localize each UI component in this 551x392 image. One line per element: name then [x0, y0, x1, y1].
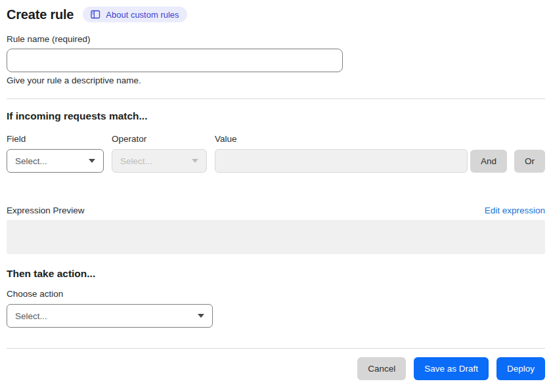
section-divider: [7, 98, 545, 99]
create-rule-form: Create rule About custom rules Rule name…: [0, 0, 551, 380]
value-input[interactable]: [215, 149, 468, 173]
book-icon: [91, 10, 100, 19]
choose-action-select-value: Select...: [15, 311, 47, 321]
and-button[interactable]: And: [470, 150, 507, 173]
cancel-button[interactable]: Cancel: [357, 357, 406, 380]
deploy-button[interactable]: Deploy: [496, 357, 545, 380]
edit-expression-link[interactable]: Edit expression: [485, 206, 545, 215]
or-button[interactable]: Or: [514, 150, 545, 173]
operator-label: Operator: [112, 134, 215, 144]
about-custom-rules-label: About custom rules: [106, 10, 179, 20]
chevron-down-icon: [192, 159, 198, 163]
expression-preview-label: Expression Preview: [7, 206, 85, 215]
operator-select-value: Select...: [120, 156, 152, 166]
page-title: Create rule: [7, 7, 74, 22]
action-section-heading: Then take action...: [7, 268, 545, 280]
match-controls-row: Select... Select... And Or: [7, 149, 545, 173]
rule-name-label: Rule name (required): [7, 34, 545, 44]
footer-divider: [7, 348, 545, 349]
expression-preview-box: [7, 220, 545, 254]
rule-name-help-text: Give your rule a descriptive name.: [7, 76, 545, 85]
footer-actions: Cancel Save as Draft Deploy: [7, 357, 545, 380]
rule-name-input[interactable]: [7, 49, 343, 72]
match-section-heading: If incoming requests match...: [7, 110, 545, 122]
choose-action-select[interactable]: Select...: [7, 304, 213, 328]
save-as-draft-button[interactable]: Save as Draft: [414, 357, 489, 380]
chevron-down-icon: [89, 159, 95, 163]
value-label: Value: [215, 134, 237, 144]
chevron-down-icon: [198, 314, 204, 318]
field-select-value: Select...: [15, 156, 47, 166]
field-label: Field: [7, 134, 112, 144]
operator-select[interactable]: Select...: [112, 149, 207, 173]
about-custom-rules-link[interactable]: About custom rules: [83, 7, 187, 22]
header: Create rule About custom rules: [7, 7, 545, 22]
expression-preview-row: Expression Preview Edit expression: [7, 206, 545, 215]
field-select[interactable]: Select...: [7, 149, 104, 173]
match-labels-row: Field Operator Value: [7, 134, 545, 144]
choose-action-label: Choose action: [7, 289, 545, 299]
